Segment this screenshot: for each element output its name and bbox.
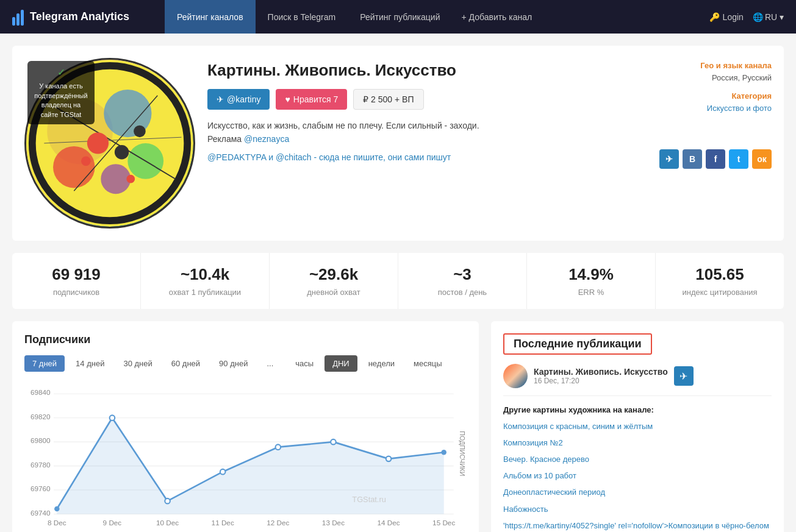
stat-posts-per-day-value: ~3 — [407, 265, 517, 284]
channel-meta: Гео и язык канала Россия, Русский Катего… — [650, 58, 772, 229]
svg-point-13 — [134, 126, 146, 138]
category-value: Искусство и фото — [650, 104, 772, 113]
stat-citation-label: индекс цитирования — [665, 288, 775, 297]
svg-text:TGStat.ru: TGStat.ru — [352, 495, 385, 504]
stat-daily-reach-value: ~29.6k — [279, 265, 389, 284]
pub-link-6[interactable]: Набожность — [503, 505, 548, 514]
nav-login[interactable]: 🔑 Login — [709, 12, 744, 22]
geo-label: Гео и язык канала — [650, 61, 772, 70]
svg-point-3 — [53, 146, 95, 188]
stat-citation-value: 105.65 — [665, 265, 775, 284]
pub-content: Другие картины художника на канале: Комп… — [503, 403, 772, 532]
ad-link[interactable]: @neznayca — [244, 134, 289, 144]
stat-subscribers-value: 69 919 — [21, 265, 131, 284]
svg-text:69840: 69840 — [30, 388, 51, 396]
heart-icon: ♥ — [285, 94, 290, 104]
tab-7days[interactable]: 7 дней — [24, 355, 65, 372]
pub-heading: Другие картины художника на канале: — [503, 403, 772, 417]
tab-months[interactable]: месяцы — [406, 355, 450, 372]
nav-rating-posts[interactable]: Рейтинг публикаций — [348, 0, 452, 34]
nav-search[interactable]: Поиск в Telegram — [256, 0, 348, 34]
publications-panel: Последние публикации Картины. Живопись. … — [491, 321, 784, 532]
pub-channel-avatar — [503, 364, 528, 388]
globe-icon: 🌐 — [753, 12, 763, 22]
tab-90days[interactable]: 90 дней — [211, 355, 256, 372]
channel-header: ✓ У канала есть подтверждённый владелец … — [12, 46, 784, 241]
pub-link-5[interactable]: Донеопластический период — [503, 488, 605, 497]
logo: Telegram Analytics — [12, 9, 140, 26]
publications-title: Последние публикации — [503, 333, 652, 355]
svg-point-10 — [87, 132, 109, 154]
svg-point-14 — [126, 175, 135, 183]
tab-more[interactable]: ... — [259, 355, 281, 372]
svg-text:8 Dec: 8 Dec — [48, 519, 66, 527]
stat-subscribers: 69 919 подписчиков — [12, 253, 141, 309]
main-content: ✓ У канала есть подтверждённый владелец … — [0, 34, 796, 532]
stat-err-value: 14.9% — [536, 265, 646, 284]
svg-point-33 — [331, 439, 336, 445]
share-ok-icon[interactable]: ок — [752, 149, 772, 169]
svg-text:10 Dec: 10 Dec — [156, 519, 179, 527]
pub-link-2[interactable]: Композиция №2 — [503, 438, 563, 447]
logo-icon — [12, 9, 24, 26]
svg-text:69740: 69740 — [30, 509, 51, 517]
pub-link-4[interactable]: Альбом из 10 работ — [503, 471, 576, 480]
pub-channel-name: Картины. Живопись. Искусство — [534, 367, 668, 377]
svg-text:69780: 69780 — [30, 461, 51, 469]
svg-point-34 — [386, 456, 392, 462]
pub-link-7[interactable]: 'https://t.me/kartiny/4052?single' rel='… — [503, 521, 769, 532]
telegram-icon: ✈ — [217, 94, 224, 104]
header: Telegram Analytics Рейтинг каналов Поиск… — [0, 0, 796, 34]
tab-60days[interactable]: 60 дней — [163, 355, 208, 372]
svg-point-35 — [441, 450, 446, 455]
tab-14days[interactable]: 14 дней — [68, 355, 112, 372]
channel-title: Картины. Живопись. Искусство — [207, 61, 637, 80]
nav-right: 🔑 Login 🌐 RU ▾ — [709, 12, 784, 22]
tab-weeks[interactable]: недели — [360, 355, 403, 372]
svg-point-11 — [115, 145, 129, 159]
svg-text:9 Dec: 9 Dec — [103, 519, 122, 527]
contact2-link[interactable]: @chitach — [276, 152, 312, 162]
like-button[interactable]: ♥ Нравится 7 — [276, 89, 347, 110]
pub-telegram-icon[interactable]: ✈ — [674, 366, 694, 386]
svg-point-31 — [220, 469, 226, 475]
verified-check-icon: ✓ — [34, 66, 88, 79]
tab-hours[interactable]: часы — [287, 355, 321, 372]
svg-point-5 — [101, 164, 131, 194]
subscribers-panel: Подписчики 7 дней 14 дней 30 дней 60 дне… — [12, 321, 479, 532]
svg-point-12 — [81, 157, 91, 166]
subscribers-chart-svg: 69840 69820 69800 69780 69760 69740 — [24, 381, 467, 532]
pub-link-1[interactable]: Композиция с красным, синим и жёлтым — [503, 422, 653, 431]
vp-button[interactable]: ₽ 2 500 + ВП — [353, 89, 423, 110]
username-button[interactable]: ✈ @kartiny — [207, 89, 270, 110]
subscribers-panel-title: Подписчики — [24, 333, 467, 346]
channel-avatar-wrap: ✓ У канала есть подтверждённый владелец … — [24, 58, 195, 229]
pub-channel-info: Картины. Живопись. Искусство 16 Dec, 17:… — [534, 367, 668, 385]
share-telegram-icon[interactable]: ✈ — [659, 149, 679, 169]
pub-channel-header: Картины. Живопись. Искусство 16 Dec, 17:… — [503, 364, 772, 396]
pub-date: 16 Dec, 17:20 — [534, 377, 668, 385]
share-facebook-icon[interactable]: f — [706, 149, 725, 169]
stat-daily-reach: ~29.6k дневной охват — [270, 253, 398, 309]
share-vk-icon[interactable]: В — [683, 149, 702, 169]
logo-text: Telegram Analytics — [30, 10, 129, 23]
time-tabs: 7 дней 14 дней 30 дней 60 дней 90 дней .… — [24, 355, 467, 372]
svg-text:ПОДПИСЧИКИ: ПОДПИСЧИКИ — [459, 431, 466, 476]
contact1-link[interactable]: @PEDAKTYPA — [207, 152, 266, 162]
stats-bar: 69 919 подписчиков ~10.4k охват 1 публик… — [12, 253, 784, 309]
nav-rating-channels[interactable]: Рейтинг каналов — [165, 0, 256, 34]
svg-text:69760: 69760 — [30, 484, 51, 492]
stat-err-label: ERR % — [536, 288, 646, 297]
svg-point-30 — [165, 498, 170, 504]
tab-30days[interactable]: 30 дней — [115, 355, 160, 372]
social-icons: ✈ В f t ок — [650, 149, 772, 169]
tab-days[interactable]: ДНИ — [324, 355, 357, 372]
nav-add-channel[interactable]: + Добавить канал — [452, 0, 541, 34]
share-twitter-icon[interactable]: t — [729, 149, 748, 169]
pub-link-3[interactable]: Вечер. Красное дерево — [503, 455, 589, 464]
login-icon: 🔑 — [709, 12, 720, 22]
stat-reach-per-post-label: охват 1 публикации — [150, 288, 260, 297]
svg-text:13 Dec: 13 Dec — [322, 519, 345, 527]
stat-citation: 105.65 индекс цитирования — [656, 253, 784, 309]
nav-language[interactable]: 🌐 RU ▾ — [753, 12, 784, 22]
